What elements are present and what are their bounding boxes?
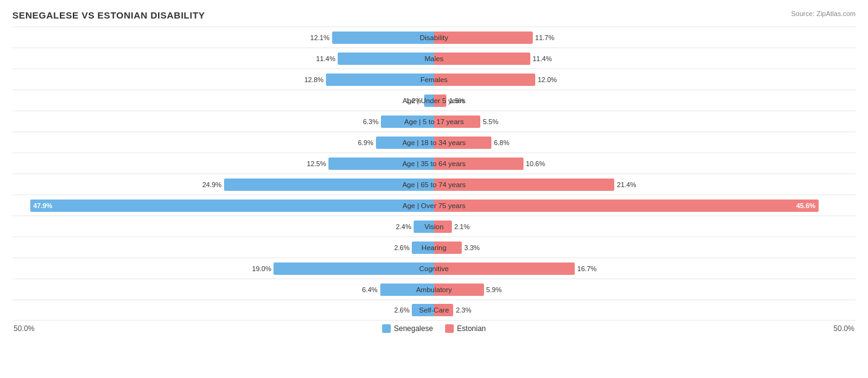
estonian-bar <box>434 32 533 44</box>
right-value: 21.4% <box>617 181 636 188</box>
right-value: 11.7% <box>535 34 554 41</box>
left-value: 2.4% <box>396 223 411 230</box>
table-row: 2.6%3.3%Hearing <box>12 237 856 258</box>
table-row: 2.4%2.1%Vision <box>12 216 856 237</box>
estonian-bar <box>434 136 491 149</box>
left-value: 47.9% <box>33 202 52 209</box>
left-value: 12.5% <box>307 160 326 167</box>
table-row: 6.3%5.5%Age | 5 to 17 years <box>12 111 856 132</box>
right-value: 10.6% <box>526 160 545 167</box>
footer-left-pct: 50.0% <box>14 324 35 333</box>
right-value: 5.5% <box>483 118 498 125</box>
estonian-bar: 45.6% <box>434 200 819 212</box>
table-row: 12.8%12.0%Females <box>12 69 856 90</box>
legend-color-box <box>445 324 454 333</box>
left-value: 12.8% <box>304 76 323 83</box>
estonian-bar <box>434 116 480 128</box>
estonian-bar <box>434 284 484 296</box>
left-value: 19.0% <box>252 265 271 272</box>
right-value: 2.3% <box>456 306 471 314</box>
left-value: 6.9% <box>358 139 373 146</box>
table-row: 6.4%5.9%Ambulatory <box>12 279 856 300</box>
left-value: 6.4% <box>362 286 378 293</box>
legend-item: Estonian <box>445 324 486 333</box>
right-value: 5.9% <box>486 286 502 293</box>
estonian-bar <box>434 74 535 86</box>
left-value: 2.6% <box>394 306 409 314</box>
senegalese-bar <box>381 116 434 128</box>
senegalese-bar <box>424 94 434 107</box>
estonian-bar <box>434 242 462 254</box>
footer-right-pct: 50.0% <box>833 324 854 333</box>
estonian-bar <box>434 178 614 191</box>
senegalese-bar <box>338 52 434 65</box>
senegalese-bar <box>224 178 434 191</box>
right-value: 1.5% <box>449 97 464 104</box>
right-value: 6.8% <box>494 139 509 146</box>
right-value: 3.3% <box>464 244 480 251</box>
left-value: 2.6% <box>394 244 409 251</box>
table-row: 12.1%11.7%Disability <box>12 27 856 48</box>
left-value: 24.9% <box>202 181 222 188</box>
estonian-bar <box>434 94 446 107</box>
left-value: 1.2% <box>406 97 422 104</box>
table-row: 1.2%1.5%Age | Under 5 years <box>12 90 856 111</box>
estonian-bar <box>434 220 452 233</box>
senegalese-bar <box>326 74 434 86</box>
senegalese-bar <box>332 32 434 44</box>
right-value: 12.0% <box>538 76 557 83</box>
chart-legend: SenegaleseEstonian <box>382 324 486 333</box>
right-value: 2.1% <box>454 223 470 230</box>
senegalese-bar <box>414 220 434 233</box>
table-row: 2.6%2.3%Self-Care <box>12 300 856 321</box>
chart-container: SENEGALESE VS ESTONIAN DISABILITY Source… <box>12 10 856 333</box>
table-row: 24.9%21.4%Age | 65 to 74 years <box>12 174 856 195</box>
senegalese-bar <box>328 158 434 170</box>
left-value: 6.3% <box>363 118 378 125</box>
left-value: 12.1% <box>311 34 330 41</box>
senegalese-bar <box>412 304 434 316</box>
left-value: 11.4% <box>316 55 335 62</box>
right-value: 11.4% <box>533 55 552 62</box>
table-row: 6.9%6.8%Age | 18 to 34 years <box>12 132 856 153</box>
estonian-bar <box>434 52 530 65</box>
legend-color-box <box>382 324 391 333</box>
table-row: 11.4%11.4%Males <box>12 48 856 69</box>
senegalese-bar <box>273 262 434 275</box>
senegalese-bar: 47.9% <box>30 200 434 212</box>
estonian-bar <box>434 158 524 170</box>
right-value: 16.7% <box>577 265 596 272</box>
legend-label: Estonian <box>457 324 486 333</box>
source-text: Source: ZipAtlas.com <box>791 10 856 17</box>
table-row: 19.0%16.7%Cognitive <box>12 258 856 279</box>
senegalese-bar <box>412 242 434 254</box>
senegalese-bar <box>376 136 434 149</box>
senegalese-bar <box>380 284 434 296</box>
estonian-bar <box>434 304 453 316</box>
table-row: 12.5%10.6%Age | 35 to 64 years <box>12 153 856 174</box>
chart-area: 12.1%11.7%Disability11.4%11.4%Males12.8%… <box>12 27 856 321</box>
legend-item: Senegalese <box>382 324 433 333</box>
chart-footer: 50.0% SenegaleseEstonian 50.0% <box>12 324 856 333</box>
chart-title: SENEGALESE VS ESTONIAN DISABILITY <box>12 10 205 20</box>
estonian-bar <box>434 262 575 275</box>
table-row: 47.9%45.6%Age | Over 75 years <box>12 195 856 216</box>
right-value: 45.6% <box>796 202 816 209</box>
legend-label: Senegalese <box>394 324 433 333</box>
